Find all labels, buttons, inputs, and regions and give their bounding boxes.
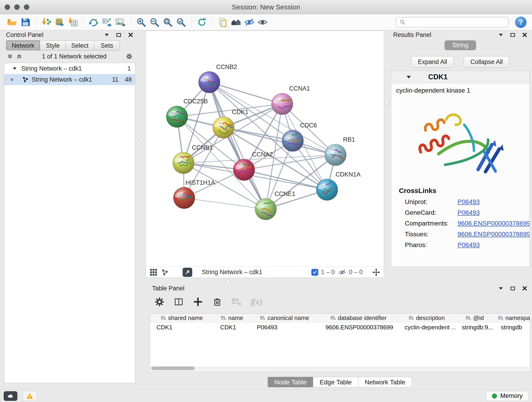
table-options-gear-icon[interactable] — [154, 297, 165, 307]
zoom-selected-button[interactable] — [174, 16, 188, 29]
delete-column-icon[interactable] — [212, 297, 222, 307]
birdseye-view-icon[interactable] — [161, 268, 169, 276]
export-image-button[interactable] — [114, 16, 127, 29]
tab-sets[interactable]: Sets — [94, 40, 120, 51]
splitter-grip[interactable] — [385, 101, 389, 105]
splitter-grip[interactable] — [226, 279, 230, 283]
show-columns-icon[interactable] — [174, 297, 184, 307]
close-window-button[interactable] — [5, 4, 10, 10]
add-column-icon[interactable] — [193, 297, 203, 307]
network-node-rb1[interactable] — [325, 144, 346, 166]
zoom-out-button[interactable] — [148, 16, 161, 29]
horizontal-scrollbar[interactable] — [151, 366, 529, 370]
tab-network-table[interactable]: Network Table — [358, 377, 412, 387]
tree-expander-icon[interactable] — [12, 66, 17, 71]
close-panel-icon[interactable] — [522, 286, 527, 291]
network-row[interactable]: String Network – cdk1 11 48 — [4, 74, 135, 85]
search-field[interactable] — [396, 17, 509, 27]
network-node-ccna2[interactable] — [233, 159, 255, 181]
crosslink-link[interactable]: 9606.ENSP00000378699 — [457, 230, 530, 238]
float-panel-icon[interactable] — [510, 32, 515, 38]
network-node-ccne1[interactable] — [255, 198, 277, 220]
save-session-button[interactable] — [19, 16, 32, 29]
collapse-all-button[interactable]: Collapse All — [464, 56, 509, 68]
show-selection-button[interactable] — [256, 16, 269, 29]
refresh-button[interactable] — [195, 16, 209, 29]
tab-network[interactable]: Network — [6, 40, 40, 51]
zoom-fit-button[interactable] — [161, 16, 174, 29]
help-button[interactable]: ? — [515, 17, 526, 28]
hidden-eye-icon[interactable] — [338, 268, 346, 276]
panel-menu-icon[interactable] — [498, 32, 504, 38]
crosslink-link[interactable]: P06493 — [457, 209, 480, 216]
pan-move-icon[interactable] — [372, 268, 380, 276]
hide-selection-button[interactable] — [243, 16, 256, 29]
memory-button[interactable]: Memory — [486, 391, 528, 401]
crosslink-link[interactable]: P06493 — [457, 198, 480, 206]
clone-network-button[interactable] — [87, 16, 100, 29]
scrollbar-thumb[interactable] — [151, 366, 195, 370]
import-database-button[interactable] — [53, 16, 66, 29]
network-node-ccna1[interactable] — [272, 93, 293, 115]
warnings-button[interactable] — [23, 391, 37, 401]
zoom-in-button[interactable] — [134, 16, 148, 29]
splitter-grip[interactable] — [139, 138, 143, 142]
hide-eye-icon — [244, 17, 254, 27]
crosslinks-list: Uniprot:P06493GeneCard:P06493Compartment… — [391, 196, 530, 250]
panel-menu-icon[interactable] — [498, 286, 504, 291]
grid-view-icon[interactable] — [150, 268, 157, 276]
network-node-cdk1[interactable] — [213, 117, 234, 138]
expand-all-icon[interactable] — [7, 53, 13, 60]
open-session-button[interactable] — [6, 16, 19, 29]
import-table-button[interactable] — [66, 16, 80, 29]
open-in-new-window-button[interactable] — [183, 268, 192, 277]
zoom-window-button[interactable] — [24, 4, 29, 10]
column-header-name[interactable]: name — [214, 314, 250, 322]
column-header-database-identifier[interactable]: database identifier — [319, 314, 398, 322]
network-node-ccnb1[interactable] — [173, 152, 194, 174]
tab-select[interactable]: Select — [66, 40, 94, 51]
tab-style[interactable]: Style — [40, 40, 66, 51]
column-header-description[interactable]: description — [398, 314, 456, 322]
network-options-gear-icon[interactable] — [126, 53, 133, 60]
section-expander-icon[interactable] — [406, 74, 412, 80]
node-label-ccnb2: CCNB2 — [216, 64, 237, 70]
close-panel-icon[interactable] — [522, 32, 527, 38]
home-button[interactable] — [229, 16, 243, 29]
network-node-cdkn1a[interactable] — [317, 179, 338, 201]
column-header--id[interactable]: @id — [456, 314, 494, 322]
title-bar: Session: New Session — [0, 0, 532, 14]
panel-menu-icon[interactable] — [104, 32, 109, 38]
cloud-button[interactable] — [4, 391, 17, 401]
network-canvas[interactable]: CCNB2CCNA1CDC25BCDK1CDC6RB1CCNB1CCNA2CDK… — [146, 31, 384, 267]
minimize-window-button[interactable] — [14, 4, 20, 10]
gene-section-header[interactable]: CDK1 — [391, 71, 530, 83]
float-panel-icon[interactable] — [510, 286, 515, 291]
network-collection-row[interactable]: String Network – cdk1 1 — [4, 63, 135, 74]
selected-checkbox-icon[interactable] — [311, 269, 318, 276]
crosslink-link[interactable]: P06493 — [457, 241, 480, 249]
search-input[interactable] — [408, 19, 505, 26]
copy-document-button[interactable] — [216, 16, 229, 29]
collapse-all-icon[interactable] — [16, 53, 22, 60]
close-panel-icon[interactable] — [128, 32, 133, 38]
column-header-namespace[interactable]: namespace — [494, 314, 530, 322]
copy-document-icon — [217, 17, 228, 27]
import-network-icon — [41, 17, 51, 27]
network-node-cdc6[interactable] — [282, 130, 304, 152]
crosslink-link[interactable]: 9606.ENSP00000378699 — [457, 220, 530, 227]
column-header-shared-name[interactable]: shared name — [150, 314, 214, 322]
function-builder-icon[interactable]: f(x) — [251, 297, 262, 307]
network-node-cdc25b[interactable] — [166, 106, 188, 128]
table-to-network-button[interactable] — [100, 16, 114, 29]
tab-node-table[interactable]: Node Table — [268, 377, 313, 387]
tab-edge-table[interactable]: Edge Table — [313, 377, 358, 387]
string-tab[interactable]: String — [444, 40, 476, 50]
float-panel-icon[interactable] — [116, 32, 121, 38]
network-node-ccnb2[interactable] — [199, 71, 220, 93]
table-row[interactable]: CDK1CDK1P064939606.ENSP00000378699cyclin… — [150, 322, 530, 332]
network-node-hist1h1a[interactable] — [173, 187, 195, 209]
import-network-button[interactable] — [40, 16, 53, 29]
column-header-canonical-name[interactable]: canonical name — [250, 314, 319, 322]
expand-all-button[interactable]: Expand All — [411, 56, 454, 68]
